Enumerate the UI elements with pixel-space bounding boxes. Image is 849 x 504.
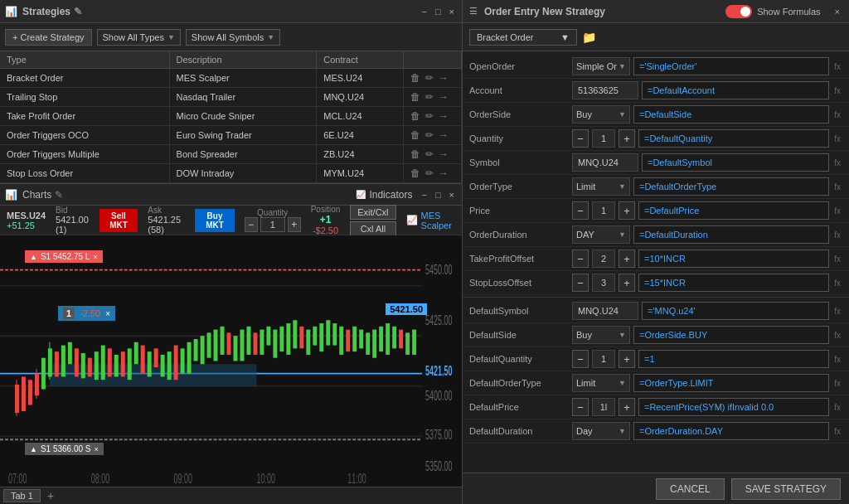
strategies-minimize-btn[interactable]: − — [419, 7, 429, 17]
stepper-plus-btn[interactable]: + — [619, 274, 635, 292]
order-entry-close-btn[interactable]: × — [832, 7, 842, 17]
formula-input[interactable] — [638, 129, 829, 148]
fx-button[interactable]: fx — [832, 110, 842, 119]
fx-button[interactable]: fx — [832, 134, 842, 143]
formula-input[interactable] — [638, 398, 829, 416]
create-strategy-button[interactable]: + Create Strategy — [5, 29, 92, 46]
delete-icon[interactable]: 🗑 — [410, 148, 420, 160]
stepper-minus-btn[interactable]: − — [572, 398, 589, 416]
buy-mkt-button[interactable]: Buy MKT — [195, 209, 234, 232]
arrow-icon[interactable]: → — [439, 129, 449, 141]
s1-bot-close-icon[interactable]: × — [95, 445, 99, 453]
formula-input[interactable] — [633, 422, 829, 440]
fx-button[interactable]: fx — [832, 182, 842, 191]
stepper-plus-btn[interactable]: + — [619, 398, 635, 416]
edit-icon[interactable]: ✏ — [425, 129, 434, 141]
stepper-minus-btn[interactable]: − — [572, 250, 589, 268]
arrow-icon[interactable]: → — [439, 148, 449, 160]
arrow-icon[interactable]: → — [439, 91, 449, 103]
fx-button[interactable]: fx — [832, 355, 842, 364]
form-text-input[interactable] — [572, 81, 638, 99]
indicators-minimize-btn[interactable]: − — [419, 190, 429, 200]
formula-input[interactable] — [633, 326, 829, 344]
delete-icon[interactable]: 🗑 — [410, 167, 420, 179]
stepper-input[interactable] — [592, 398, 615, 416]
indicators-maximize-btn[interactable]: □ — [433, 190, 444, 200]
form-dropdown[interactable]: Day ▼ — [572, 422, 630, 440]
stepper-minus-btn[interactable]: − — [572, 350, 589, 368]
stepper-minus-btn[interactable]: − — [572, 129, 589, 148]
charts-edit-icon[interactable]: ✎ — [55, 189, 63, 201]
cxl-all-button[interactable]: Cxl All — [350, 221, 395, 236]
arrow-icon[interactable]: → — [439, 72, 449, 84]
show-formulas-toggle[interactable] — [725, 5, 752, 18]
fx-button[interactable]: fx — [832, 427, 842, 436]
formula-input[interactable] — [633, 105, 829, 124]
fx-button[interactable]: fx — [832, 403, 842, 412]
formula-input[interactable] — [633, 374, 829, 392]
delete-icon[interactable]: 🗑 — [410, 72, 420, 84]
qty-minus-btn[interactable]: − — [245, 217, 258, 232]
stepper-plus-btn[interactable]: + — [619, 129, 635, 148]
chart-tab-add-btn[interactable]: + — [44, 489, 57, 502]
edit-icon[interactable]: ✏ — [425, 148, 434, 160]
form-text-input[interactable] — [572, 302, 638, 320]
stepper-input[interactable] — [592, 201, 615, 220]
fx-button[interactable]: fx — [832, 331, 842, 340]
stepper-plus-btn[interactable]: + — [619, 350, 635, 368]
stepper-minus-btn[interactable]: − — [572, 274, 589, 292]
qty-plus-btn[interactable]: + — [288, 217, 301, 232]
form-dropdown[interactable]: DAY ▼ — [572, 225, 630, 244]
formula-input[interactable] — [638, 274, 829, 292]
formula-input[interactable] — [638, 201, 829, 220]
edit-icon[interactable]: ✏ — [425, 72, 434, 84]
delete-icon[interactable]: 🗑 — [410, 91, 420, 103]
chart-area[interactable]: 5450.00 5425.00 5421.50 5400.00 5375.00 … — [0, 235, 462, 487]
fx-button[interactable]: fx — [832, 230, 842, 240]
stepper-input[interactable] — [592, 350, 615, 368]
fx-button[interactable]: fx — [832, 158, 842, 167]
fx-button[interactable]: fx — [832, 62, 842, 71]
type-filter-dropdown[interactable]: Show All Types ▼ — [97, 29, 181, 46]
arrow-icon[interactable]: → — [439, 167, 449, 179]
fx-button[interactable]: fx — [832, 254, 842, 264]
exit-cxl-button[interactable]: Exit/Cxl — [350, 205, 395, 220]
formula-input[interactable] — [642, 302, 829, 320]
formula-input[interactable] — [638, 350, 829, 368]
form-dropdown[interactable]: Simple Or ▼ — [572, 57, 630, 75]
symbol-filter-dropdown[interactable]: Show All Symbols ▼ — [186, 29, 280, 46]
delete-icon[interactable]: 🗑 — [410, 129, 420, 141]
form-dropdown[interactable]: Limit ▼ — [572, 177, 630, 196]
stepper-input[interactable] — [592, 129, 615, 148]
form-dropdown[interactable]: Limit ▼ — [572, 374, 630, 392]
formula-input[interactable] — [633, 177, 829, 196]
stepper-plus-btn[interactable]: + — [619, 201, 635, 220]
formula-input[interactable] — [638, 250, 829, 268]
fx-button[interactable]: fx — [832, 206, 842, 216]
stepper-plus-btn[interactable]: + — [619, 250, 635, 268]
edit-icon[interactable]: ✏ — [425, 91, 434, 103]
folder-icon[interactable]: 📁 — [582, 31, 596, 44]
fx-button[interactable]: fx — [832, 307, 842, 316]
cancel-button[interactable]: CANCEL — [656, 478, 725, 500]
stepper-input[interactable] — [592, 250, 615, 268]
s1-mid-close-icon[interactable]: × — [105, 309, 110, 318]
stepper-minus-btn[interactable]: − — [572, 201, 589, 220]
form-dropdown[interactable]: Buy ▼ — [572, 105, 630, 124]
edit-icon[interactable]: ✏ — [425, 110, 434, 122]
strategies-maximize-btn[interactable]: □ — [433, 7, 444, 17]
form-text-input[interactable] — [572, 153, 638, 172]
fx-button[interactable]: fx — [832, 379, 842, 388]
order-type-dropdown[interactable]: Bracket Order ▼ — [469, 29, 577, 46]
formula-input[interactable] — [633, 225, 829, 244]
indicators-close-btn[interactable]: × — [447, 190, 457, 200]
strategies-close-btn[interactable]: × — [447, 7, 457, 17]
edit-icon[interactable]: ✏ — [425, 167, 434, 179]
formula-input[interactable] — [633, 57, 829, 75]
formula-input[interactable] — [642, 81, 829, 99]
chart-tab-1[interactable]: Tab 1 — [3, 489, 41, 502]
s1-top-close-icon[interactable]: × — [93, 253, 97, 261]
fx-button[interactable]: fx — [832, 279, 842, 288]
arrow-icon[interactable]: → — [439, 110, 449, 122]
form-dropdown[interactable]: Buy ▼ — [572, 326, 630, 344]
